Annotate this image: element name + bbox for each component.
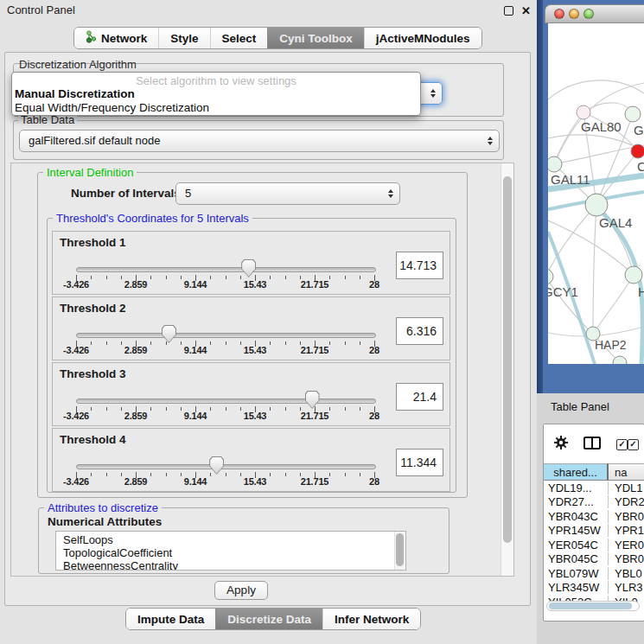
tick-label: 15.43 [244,411,267,421]
attribute-item-topologicalcoefficient[interactable]: TopologicalCoefficient [56,546,405,559]
tab-select[interactable]: Select [210,28,268,48]
attribute-item-selfloops[interactable]: SelfLoops [56,533,405,546]
tab-label: Impute Data [137,613,204,626]
tick-label: 2.859 [124,476,148,487]
node-label: GCY1 [548,284,578,299]
checkbox-icon[interactable] [628,439,639,450]
tab-cyni-toolbox[interactable]: Cyni Toolbox [267,28,364,48]
combo-arrows-icon [388,189,393,198]
table-horizontal-scrollbar[interactable] [546,601,640,611]
tab-label: jActiveMNodules [376,32,470,45]
float-window-icon[interactable] [504,6,513,16]
table-rows: YDL19...YDL1YDR27...YDR2YBR043CYBR0YPR14… [544,481,644,610]
table-row[interactable]: YDR27...YDR2 [544,495,644,510]
node-pink[interactable] [577,105,590,119]
close-traffic-light-icon[interactable] [554,9,564,19]
window-title: Control Panel [7,3,75,16]
table-hscroll-thumb[interactable] [549,603,632,609]
table-cell: YPR145W [544,524,609,537]
settings-scroll-viewport: Interval Definition Number of Intervals … [10,163,514,577]
network-edge [548,135,644,151]
network-edge [548,205,596,277]
tab-impute-data[interactable]: Impute Data [126,609,215,629]
network-graph-icon [86,30,97,46]
num-intervals-label: Number of Intervals [71,187,181,200]
tab-label: Network [101,32,147,45]
table-cell: YPR1 [609,524,644,537]
attribute-item-betweennesscentrality[interactable]: BetweennessCentrality [56,559,405,571]
table-row[interactable]: YDL19...YDL1 [544,481,644,495]
node-label: HAP2 [595,338,627,352]
tick-label: 28 [369,345,379,355]
column-header-shared[interactable]: shared... [544,463,609,481]
tab-infer-network[interactable]: Infer Network [322,609,420,629]
table-row[interactable]: YER054CYER0 [544,538,644,552]
algorithm-option-manual-discretization[interactable]: Manual Discretization [12,87,420,101]
threshold-panel-4: Threshold 4-3.4262.8599.14415.4321.71528… [52,428,450,492]
network-canvas[interactable]: GAL80GACGAL11GAL4GCY1HHAP2 [548,23,644,364]
table-row[interactable]: YPR145WYPR1 [544,524,644,539]
close-icon[interactable]: ✕ [521,6,531,16]
attributes-scrollbar[interactable] [394,532,405,570]
table-panel-title: Table Panel [551,400,609,413]
tab-label: Cyni Toolbox [279,32,353,45]
threshold-value-field[interactable]: 6.316 [396,317,443,345]
discretization-algorithm-group-title: Discretization Algorithm [19,58,137,71]
threshold-label: Threshold 3 [60,367,126,380]
slider-track[interactable] [76,399,376,404]
column-header-name[interactable]: na [609,463,644,481]
node-label: GAL11 [551,172,590,187]
zoom-traffic-light-icon[interactable] [583,9,594,19]
threshold-label: Threshold 4 [60,433,126,446]
threshold-value-field[interactable]: 11.344 [396,449,443,476]
num-intervals-select[interactable]: 5 [175,182,400,205]
table-row[interactable]: YBR045CYBR0 [544,552,644,567]
tick-label: 28 [369,476,379,487]
slider-ticks [76,341,374,348]
node-label: C [637,159,644,174]
threshold-value-field[interactable]: 21.4 [396,383,443,411]
table-row[interactable]: YBL079WYBL0 [544,566,644,581]
table-cell: YER0 [609,539,644,552]
table-cell: YLR345W [544,581,609,594]
table-row[interactable]: YBR043CYBR0 [544,509,644,524]
gear-icon[interactable] [554,436,568,450]
slider-track[interactable] [76,464,376,469]
settings-scrollbar[interactable] [501,163,513,576]
checkbox-icon[interactable] [616,439,628,450]
slider-track[interactable] [76,333,376,338]
tab-jactivemnodules[interactable]: jActiveMNodules [364,28,481,48]
node-red[interactable] [631,144,644,158]
table-cell: YDR2 [609,495,644,508]
slider-track[interactable] [76,267,376,272]
settings-scrollbar-thumb[interactable] [503,176,512,543]
slider-ticks [76,275,374,282]
num-intervals-value: 5 [185,187,191,200]
tab-discretize-data[interactable]: Discretize Data [215,609,322,629]
attributes-group: Attributes to discretize Numerical Attri… [38,507,450,574]
node-gal4[interactable] [585,194,608,216]
table-row[interactable]: YLR345WYLR3 [544,581,644,596]
apply-button[interactable]: Apply [214,581,268,600]
node-label: GAL4 [599,215,632,230]
threshold-value-field[interactable]: 14.713 [396,252,443,279]
node-right-h[interactable] [625,266,642,284]
table-cell: YBR043C [544,510,609,523]
tick-label: 9.144 [184,279,207,290]
table-data-select[interactable]: galFiltered.sif default node [19,130,500,152]
split-table-icon[interactable] [583,437,601,450]
algorithm-option-equal-width-frequency-discretization[interactable]: Equal Width/Frequency Discretization [12,101,420,115]
tab-style[interactable]: Style [158,28,209,48]
node-gal11[interactable] [548,156,562,172]
node-gcy1[interactable] [548,269,553,284]
threshold-panel-2: Threshold 2-3.4262.8599.14415.4321.71528… [52,296,450,360]
numerical-attributes-list[interactable]: SelfLoopsTopologicalCoefficientBetweenne… [55,531,406,571]
node-top-right[interactable] [625,106,641,122]
network-window-titlebar[interactable] [545,4,644,23]
tick-label: -3.426 [63,345,89,355]
network-edge [548,80,644,99]
table-cell: YBR0 [609,552,644,565]
combo-arrows-icon [430,89,436,98]
tab-network[interactable]: Network [74,28,158,48]
minimize-traffic-light-icon[interactable] [569,9,579,19]
